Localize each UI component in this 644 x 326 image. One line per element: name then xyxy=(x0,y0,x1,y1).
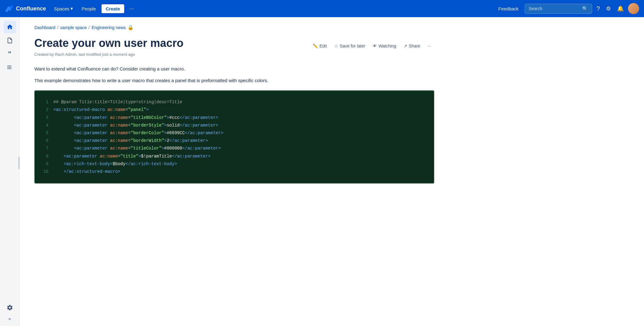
edit-button[interactable]: ✏️ Edit xyxy=(310,42,330,50)
question-icon: ? xyxy=(596,5,600,12)
search-icon: 🔍 xyxy=(582,6,588,12)
breadcrumb-page[interactable]: Engineering news xyxy=(92,25,126,30)
code-line-4: 4 <ac:parameter ac:name="borderStyle">so… xyxy=(42,122,426,129)
nav-more-button[interactable]: ··· xyxy=(127,4,136,13)
code-line-9: 9 <ac:rich-text-body>$body</ac:rich-text… xyxy=(42,160,426,168)
code-line-8: 8 <ac:parameter ac:name="title">$!paramT… xyxy=(42,153,426,160)
help-button[interactable]: ? xyxy=(595,3,602,14)
left-sidebar: " » xyxy=(0,17,20,191)
breadcrumb-space[interactable]: sample space xyxy=(60,25,86,30)
share-icon: ↗ xyxy=(404,44,407,48)
main-content: Dashboard / sample space / Engineering n… xyxy=(20,17,449,191)
search-box[interactable]: 🔍 xyxy=(525,4,592,14)
page-actions: ✏️ Edit ☆ Save for later 👁 Watching ↗ Sh… xyxy=(310,42,434,50)
more-actions-button[interactable]: ··· xyxy=(424,42,434,50)
settings-button[interactable]: ⚙ xyxy=(604,3,613,14)
breadcrumb-dashboard[interactable]: Dashboard xyxy=(34,25,56,30)
bell-icon: 🔔 xyxy=(617,5,624,12)
create-button[interactable]: Create xyxy=(102,4,125,13)
people-nav[interactable]: People xyxy=(79,4,99,13)
page-meta: Created by Rach Admin, last modified jus… xyxy=(34,52,434,57)
logo-icon xyxy=(5,4,13,13)
sidebar-item-blogs[interactable]: " xyxy=(4,48,16,60)
code-line-7: 7 <ac:parameter ac:name="titleColor">#00… xyxy=(42,145,426,152)
save-for-later-button[interactable]: ☆ Save for later xyxy=(331,42,368,50)
code-line-1: 1 ## @param Title:title=Title|type=strin… xyxy=(42,98,426,106)
notifications-button[interactable]: 🔔 xyxy=(615,3,626,14)
page-body: Want to extend what Confluence can do? C… xyxy=(34,65,434,184)
intro-paragraph-2: This example demonstrates how to write a… xyxy=(34,77,434,84)
share-button[interactable]: ↗ Share xyxy=(401,42,423,50)
sidebar-resize-handle[interactable] xyxy=(18,157,20,169)
search-input[interactable] xyxy=(529,6,580,11)
code-block: 1 ## @param Title:title=Title|type=strin… xyxy=(34,90,434,184)
chevron-down-icon: ▾ xyxy=(71,6,73,11)
code-line-2: 2 <ac:structured-macro ac:name="panel"> xyxy=(42,106,426,114)
sidebar-item-templates[interactable] xyxy=(4,61,16,74)
pencil-icon: ✏️ xyxy=(313,44,318,48)
code-line-5: 5 <ac:parameter ac:name="borderColor">#6… xyxy=(42,129,426,137)
eye-icon: 👁 xyxy=(373,44,377,48)
spaces-menu[interactable]: Spaces ▾ xyxy=(51,4,76,13)
star-icon: ☆ xyxy=(334,44,338,48)
watching-button[interactable]: 👁 Watching xyxy=(370,42,399,50)
code-line-6: 6 <ac:parameter ac:name="borderWidth">2<… xyxy=(42,137,426,145)
feedback-button[interactable]: Feedback xyxy=(495,4,522,13)
lock-icon: 🔒 xyxy=(128,25,134,30)
logo-text: Confluence xyxy=(16,6,46,12)
code-line-3: 3 <ac:parameter ac:name="titleBGColor">#… xyxy=(42,114,426,122)
user-avatar[interactable] xyxy=(628,3,639,14)
sidebar-item-pages[interactable] xyxy=(4,34,16,47)
sidebar-item-home[interactable] xyxy=(4,21,16,33)
top-navigation: Confluence Spaces ▾ People Create ··· Fe… xyxy=(0,0,644,17)
gear-icon: ⚙ xyxy=(606,5,611,12)
code-line-10: 10 </ac:structured-macro> xyxy=(42,168,426,176)
intro-paragraph-1: Want to extend what Confluence can do? C… xyxy=(34,65,434,73)
confluence-logo[interactable]: Confluence xyxy=(5,4,46,13)
breadcrumb: Dashboard / sample space / Engineering n… xyxy=(34,25,434,30)
